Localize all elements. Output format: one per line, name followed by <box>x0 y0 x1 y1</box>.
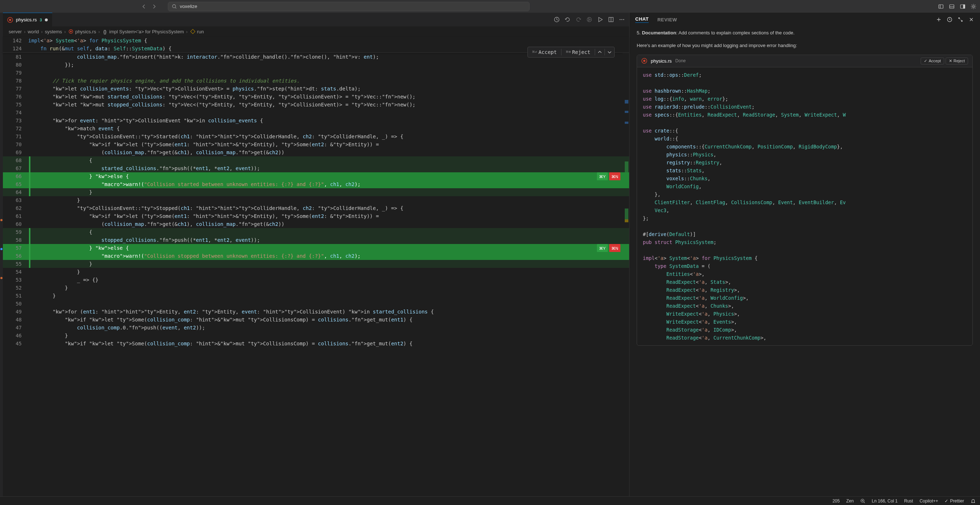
crumb[interactable]: physics.rs <box>75 29 96 34</box>
undo-icon[interactable] <box>565 17 571 22</box>
code-line[interactable]: 63 } <box>3 196 629 204</box>
crumb[interactable]: run <box>197 29 204 34</box>
code-line[interactable]: 47 collision_comp.0."fn">push((event, en… <box>3 323 629 331</box>
crumb[interactable]: systems <box>45 29 62 34</box>
layout-sidebar-right-icon[interactable] <box>960 4 966 10</box>
step-icon[interactable] <box>586 17 592 22</box>
prev-diff-button[interactable] <box>595 49 605 55</box>
search-input[interactable] <box>180 4 526 9</box>
status-zoom-icon[interactable] <box>860 499 865 503</box>
code-line[interactable]: 57 } "kw">else {⌘Y⌘N <box>3 244 629 252</box>
line-number: 49 <box>3 308 28 315</box>
nav-forward-icon[interactable] <box>151 4 157 10</box>
code-line[interactable]: 75 "kw">let "kw">mut stopped_collisions:… <box>3 100 629 108</box>
svg-rect-6 <box>963 5 965 8</box>
tab-review[interactable]: REVIEW <box>657 17 677 22</box>
status-language[interactable]: Rust <box>904 499 913 503</box>
code-line[interactable]: 60 (collision_map."fn">get(&ch1), collis… <box>3 220 629 228</box>
code-line[interactable]: 77 "kw">let collision_events: "ty">Vec<"… <box>3 85 629 93</box>
expand-icon[interactable] <box>958 17 963 22</box>
code-line[interactable]: 71 "ty">CollisionEvent::"ty">Started(ch1… <box>3 132 629 140</box>
sticky-scroll-header[interactable]: 142 impl<'a> System<'a> for PhysicsSyste… <box>3 37 629 53</box>
code-editor[interactable]: 81 collision_map."fn">insert("hint">k: i… <box>3 53 629 496</box>
code-line[interactable]: 79 <box>3 69 629 77</box>
code-line[interactable]: 54 } <box>3 268 629 276</box>
next-diff-button[interactable] <box>605 49 614 55</box>
code-line[interactable]: 76 "kw">let "kw">mut started_collisions:… <box>3 93 629 100</box>
code-line[interactable]: 73 "kw">for event: "hint">"ty">Collision… <box>3 116 629 124</box>
status-prettier[interactable]: ✓ Prettier <box>945 499 964 503</box>
code-line[interactable]: 67 started_collisions."fn">push((*ent1, … <box>3 164 629 172</box>
new-chat-icon[interactable] <box>936 17 942 22</box>
code-line[interactable]: 66 } "kw">else {⌘Y⌘N <box>3 172 629 180</box>
reject-suggestion-button[interactable]: ✕ Reject <box>946 57 968 64</box>
line-number: 75 <box>3 100 28 108</box>
accept-suggestion-button[interactable]: ✓ Accept <box>921 57 944 64</box>
code-line[interactable]: 49 "kw">for (ent1: "hint">"hint">"ty">En… <box>3 308 629 315</box>
code-line[interactable]: 53 _ => {} <box>3 276 629 284</box>
chat-history-icon[interactable] <box>947 17 953 22</box>
code-line[interactable]: 78 // Tick the rapier physics engine, an… <box>3 77 629 85</box>
code-card-header: physics.rs Done ✓ Accept ✕ Reject <box>637 55 972 67</box>
code-line[interactable]: 61 "kw">if "kw">let ("ty">Some(ent1: "hi… <box>3 212 629 220</box>
inline-reject-button[interactable]: ⌘N <box>609 244 620 253</box>
inline-accept-button[interactable]: ⌘Y <box>597 172 608 181</box>
nav-back-icon[interactable] <box>141 4 147 10</box>
breadcrumb[interactable]: server› world› systems› physics.rs› {} i… <box>3 26 629 37</box>
close-icon[interactable] <box>969 17 974 22</box>
code-line[interactable]: 46 } <box>3 331 629 339</box>
redo-icon[interactable] <box>576 17 581 22</box>
accept-all-button[interactable]: ⌘⏎ Accept <box>528 47 561 57</box>
notifications-icon[interactable] <box>970 499 976 503</box>
line-content: } <box>28 268 629 276</box>
status-cursor-position[interactable]: Ln 166, Col 1 <box>872 499 897 503</box>
code-line[interactable]: 59 { <box>3 228 629 236</box>
layout-panel-icon[interactable] <box>949 4 955 10</box>
code-line[interactable]: 80 }); <box>3 61 629 69</box>
code-line[interactable]: 72 "kw">match event { <box>3 124 629 132</box>
split-editor-icon[interactable] <box>608 17 614 22</box>
code-card-body[interactable]: use std::ops::Deref; use hashbrown::Hash… <box>637 67 972 345</box>
code-line[interactable]: 52 } <box>3 284 629 292</box>
history-icon[interactable] <box>554 17 560 22</box>
code-line[interactable]: 50 <box>3 300 629 308</box>
line-number: 76 <box>3 93 28 100</box>
line-number: 142 <box>3 37 28 45</box>
inline-reject-button[interactable]: ⌘N <box>609 172 620 181</box>
reject-all-button[interactable]: ⌘⌫ Reject <box>562 47 595 57</box>
diff-accept-reject-toolbar: ⌘⏎ Accept ⌘⌫ Reject <box>527 47 615 57</box>
code-line[interactable]: 51 } <box>3 292 629 300</box>
code-line[interactable]: 74 <box>3 108 629 116</box>
crumb[interactable]: server <box>9 29 22 34</box>
tab-physics-rs[interactable]: physics.rs 3 <box>3 13 52 26</box>
status-diagnostics[interactable]: 205 <box>832 499 840 503</box>
line-number: 53 <box>3 276 28 284</box>
code-line[interactable]: 55 } <box>3 260 629 268</box>
code-line[interactable]: 48 "kw">if "kw">let "ty">Some(collision_… <box>3 315 629 323</box>
crumb[interactable]: impl System<'a> for PhysicsSystem <box>109 29 184 34</box>
line-content: } <box>28 284 629 292</box>
code-line[interactable]: 65 "macro">warn!("Collision started betw… <box>3 180 629 188</box>
code-line[interactable]: 70 "kw">if "kw">let ("ty">Some(ent1: "hi… <box>3 140 629 148</box>
code-line[interactable]: 62 "ty">CollisionEvent::"ty">Stopped(ch1… <box>3 204 629 212</box>
inline-accept-button[interactable]: ⌘Y <box>597 244 608 253</box>
code-line[interactable]: 56 "macro">warn!("Collision stopped betw… <box>3 252 629 260</box>
code-line[interactable]: 68 { <box>3 156 629 164</box>
crumb[interactable]: world <box>27 29 39 34</box>
status-zen[interactable]: Zen <box>846 499 854 503</box>
line-content: "kw">if "kw">let ("ty">Some(ent1: "hint"… <box>28 212 629 220</box>
code-line[interactable]: 64 } <box>3 188 629 196</box>
settings-gear-icon[interactable] <box>970 4 976 10</box>
more-actions-icon[interactable] <box>619 17 625 22</box>
code-line[interactable]: 69 (collision_map."fn">get(&ch1), collis… <box>3 148 629 156</box>
line-content: stopped_collisions."fn">push((*ent1, *en… <box>28 236 629 244</box>
chevron-right-icon: › <box>99 29 100 34</box>
command-center-search[interactable] <box>168 2 530 11</box>
line-number: 58 <box>3 236 28 244</box>
code-line[interactable]: 58 stopped_collisions."fn">push((*ent1, … <box>3 236 629 244</box>
code-line[interactable]: 45 "kw">if "kw">let "ty">Some(collision_… <box>3 339 629 347</box>
tab-chat[interactable]: CHAT <box>635 16 649 23</box>
layout-sidebar-left-icon[interactable] <box>938 4 944 10</box>
status-copilot[interactable]: Copilot++ <box>920 499 938 503</box>
run-play-icon[interactable] <box>597 17 603 22</box>
